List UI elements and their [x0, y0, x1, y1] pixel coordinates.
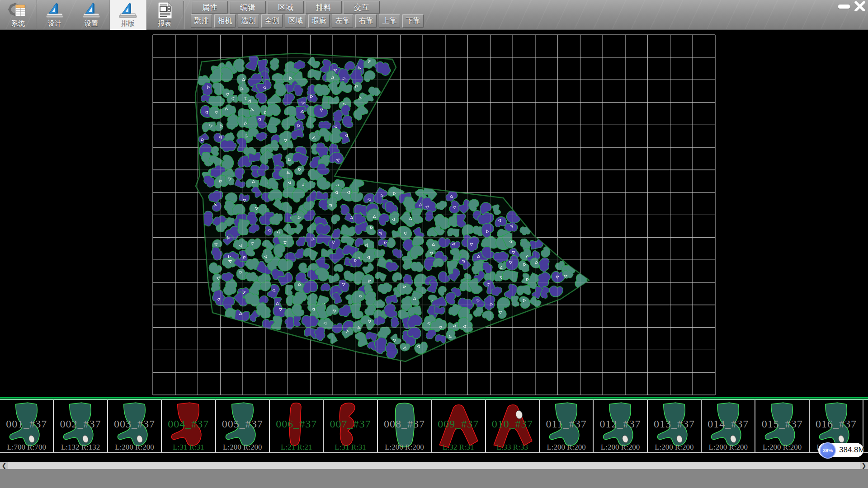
tool-button-5[interactable]: 区域: [285, 14, 306, 28]
piece-thumbnail-10[interactable]: 010_#37L:33 R:33: [486, 400, 540, 452]
system-gear-icon: [8, 1, 28, 19]
memory-value: 384.8M: [839, 443, 863, 457]
piece-thumbnail-11[interactable]: 011_#37L:200 R:200: [540, 400, 594, 452]
application-window: 系统 设计 设置 排版 报表 属性编辑区域排料交互 聚排相机选割全割区域瑕疵左靠…: [0, 0, 868, 488]
piece-name: 015_#37: [755, 418, 808, 430]
piece-lr-count: L:33 R:33: [486, 443, 539, 452]
tool-button-1[interactable]: 聚排: [191, 14, 212, 28]
mode-button-2[interactable]: 设计: [37, 0, 73, 30]
mode-button-label: 排版: [121, 19, 135, 28]
tool-button-6[interactable]: 瑕疵: [308, 14, 330, 28]
nesting-ruler-icon: [118, 1, 138, 19]
piece-lr-count: L:200 R:200: [594, 443, 646, 452]
piece-thumbnail-9[interactable]: 009_#37L:32 R:31: [432, 400, 486, 452]
piece-lr-count: L:31 R:31: [324, 443, 377, 452]
horizontal-scrollbar[interactable]: ❮ ❯: [0, 462, 868, 469]
piece-lr-count: L:200 R:200: [540, 443, 593, 452]
tool-button-row: 聚排相机选割全割区域瑕疵左靠右靠上靠下靠: [191, 14, 424, 28]
progress-circle: 38%: [820, 442, 836, 459]
progress-percent: 38%: [823, 448, 833, 453]
tool-button-3[interactable]: 选割: [238, 14, 259, 28]
toolbar-divider: [183, 1, 184, 29]
piece-lr-count: L:32 R:31: [432, 443, 485, 452]
design-ruler-icon: [44, 1, 65, 19]
report-doc-icon: [156, 1, 174, 19]
piece-lr-count: L:21 R:21: [270, 443, 323, 452]
menu-button-4[interactable]: 排料: [306, 1, 342, 14]
mode-button-label: 设置: [85, 19, 98, 28]
menu-button-3[interactable]: 区域: [268, 1, 304, 14]
piece-thumbnail-12[interactable]: 012_#37L:200 R:200: [594, 400, 647, 452]
mode-button-1[interactable]: 系统: [0, 0, 37, 30]
tool-button-2[interactable]: 相机: [214, 14, 236, 28]
progress-badge: 38% 384.8M: [817, 442, 867, 461]
piece-thumbnail-15[interactable]: 015_#37L:200 R:200: [755, 400, 809, 452]
piece-name: 007_#37: [324, 418, 377, 430]
piece-name: 008_#37: [378, 418, 431, 430]
piece-lr-count: L:200 R:200: [378, 443, 431, 452]
tool-button-4[interactable]: 全割: [261, 14, 283, 28]
piece-name: 001_#37: [0, 418, 53, 430]
piece-name: 010_#37: [486, 418, 539, 430]
mode-button-4[interactable]: 排版: [110, 0, 146, 30]
mode-button-label: 报表: [158, 19, 171, 28]
scroll-left-icon[interactable]: ❮: [0, 462, 8, 469]
piece-lr-count: L:200 R:200: [216, 443, 269, 452]
mode-button-label: 系统: [11, 19, 25, 28]
thumbnail-tiles: 001_#37L:700 R:700002_#37L:132 R:132003_…: [0, 399, 868, 453]
piece-lr-count: L:200 R:200: [702, 443, 755, 452]
piece-thumbnail-8[interactable]: 008_#37L:200 R:200: [378, 400, 432, 452]
piece-name: 004_#37: [162, 418, 215, 430]
piece-thumbnail-4[interactable]: 004_#37L:31 R:31: [162, 400, 216, 452]
piece-name: 003_#37: [108, 418, 161, 430]
mode-button-5[interactable]: 报表: [146, 0, 183, 30]
piece-thumbnail-1[interactable]: 001_#37L:700 R:700: [0, 400, 54, 452]
piece-lr-count: L:700 R:700: [0, 443, 53, 452]
piece-lr-count: L:132 R:132: [54, 443, 107, 452]
menu-button-row: 属性编辑区域排料交互: [192, 1, 380, 14]
piece-thumbnail-7[interactable]: 007_#37L:31 R:31: [324, 400, 377, 452]
mode-button-row: 系统 设计 设置 排版 报表: [0, 0, 183, 30]
piece-thumbnail-3[interactable]: 003_#37L:200 R:200: [108, 400, 162, 452]
piece-name: 0: [863, 418, 868, 430]
main-toolbar: 系统 设计 设置 排版 报表 属性编辑区域排料交互 聚排相机选割全割区域瑕疵左靠…: [0, 0, 868, 30]
piece-thumbnail-2[interactable]: 002_#37L:132 R:132: [54, 400, 108, 452]
tool-button-7[interactable]: 左靠: [332, 14, 353, 28]
piece-thumbnail-14[interactable]: 014_#37L:200 R:200: [702, 400, 755, 452]
mode-button-label: 设计: [48, 19, 61, 28]
menu-button-2[interactable]: 编辑: [230, 1, 266, 14]
piece-name: 016_#37: [810, 418, 863, 430]
scroll-right-icon[interactable]: ❯: [860, 462, 868, 469]
close-icon[interactable]: [854, 1, 865, 11]
piece-name: 006_#37: [270, 418, 323, 430]
piece-thumbnail-13[interactable]: 013_#37L:200 R:200: [648, 400, 702, 452]
piece-thumbnail-6[interactable]: 006_#37L:21 R:21: [270, 400, 324, 452]
minimize-icon[interactable]: [838, 5, 850, 9]
mode-button-3[interactable]: 设置: [73, 0, 110, 30]
menu-button-1[interactable]: 属性: [192, 1, 228, 14]
piece-lr-count: L:200 R:200: [648, 443, 701, 452]
status-bar: [0, 469, 868, 488]
tool-button-8[interactable]: 右靠: [355, 14, 377, 28]
piece-name: 012_#37: [594, 418, 646, 430]
settings-ruler-icon: [81, 1, 102, 19]
piece-lr-count: L:31 R:31: [162, 443, 215, 452]
tool-button-10[interactable]: 下靠: [402, 14, 424, 28]
piece-thumbnail-strip: 001_#37L:700 R:700002_#37L:132 R:132003_…: [0, 397, 868, 453]
piece-name: 014_#37: [702, 418, 755, 430]
strip-gap: [0, 453, 868, 462]
menu-button-5[interactable]: 交互: [344, 1, 380, 14]
piece-thumbnail-5[interactable]: 005_#37L:200 R:200: [216, 400, 270, 452]
piece-lr-count: L:200 R:200: [108, 443, 161, 452]
piece-name: 011_#37: [540, 418, 593, 430]
piece-name: 002_#37: [54, 418, 107, 430]
window-controls: [838, 1, 865, 12]
tool-button-9[interactable]: 上靠: [379, 14, 400, 28]
piece-name: 009_#37: [432, 418, 485, 430]
scrollbar-track[interactable]: [8, 462, 860, 469]
nesting-canvas-svg: [0, 30, 868, 397]
piece-lr-count: L:200 R:200: [755, 443, 808, 452]
piece-name: 005_#37: [216, 418, 269, 430]
nesting-canvas[interactable]: [0, 30, 868, 397]
piece-name: 013_#37: [648, 418, 701, 430]
